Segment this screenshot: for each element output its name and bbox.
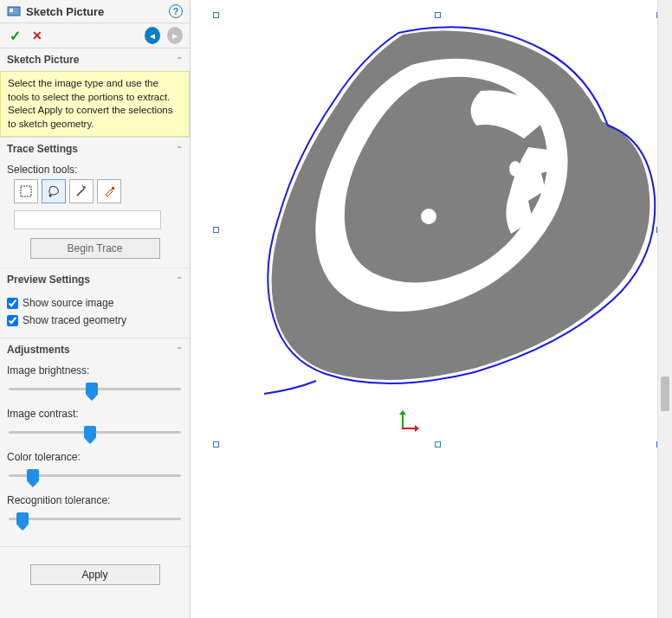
selection-handle[interactable]: [213, 227, 219, 233]
show-source-checkbox-row[interactable]: Show source image: [7, 294, 183, 312]
show-source-label: Show source image: [23, 297, 113, 309]
cancel-button[interactable]: ✕: [29, 28, 45, 43]
vertical-scrollbar[interactable]: [657, 0, 672, 618]
sketch-picture-icon: [7, 4, 21, 18]
selection-handle[interactable]: [435, 12, 441, 18]
hint-message: Select the image type and use the tools …: [0, 71, 190, 137]
show-traced-checkbox[interactable]: [7, 315, 18, 326]
ok-button[interactable]: ✓: [7, 28, 23, 43]
magic-wand-tool[interactable]: [69, 179, 94, 203]
help-icon[interactable]: ?: [169, 4, 183, 18]
nav-forward-button: ►: [167, 28, 183, 43]
section-header-adjustments[interactable]: Adjustments ⌃: [0, 338, 190, 361]
nav-back-button[interactable]: ◄: [145, 28, 160, 43]
section-header-sketch-picture[interactable]: Sketch Picture ⌃: [0, 48, 190, 71]
recognition-tolerance-label: Recognition tolerance:: [7, 494, 183, 506]
selection-handle[interactable]: [213, 441, 219, 447]
scrollbar-thumb[interactable]: [661, 377, 669, 411]
selection-preview-field[interactable]: [14, 210, 161, 229]
chevron-up-icon: ⌃: [176, 145, 183, 154]
svg-rect-2: [21, 186, 31, 196]
svg-point-3: [49, 195, 52, 197]
section-adjustments: Adjustments ⌃ Image brightness: Image co…: [0, 338, 190, 547]
panel-title: Sketch Picture: [26, 5, 169, 18]
y-axis-icon: [402, 414, 404, 428]
svg-point-7: [421, 209, 436, 224]
svg-rect-1: [10, 9, 13, 12]
begin-trace-button[interactable]: Begin Trace: [30, 238, 160, 259]
graphics-area[interactable]: [191, 0, 672, 618]
color-tolerance-label: Color tolerance:: [7, 451, 183, 463]
show-traced-checkbox-row[interactable]: Show traced geometry: [7, 312, 183, 329]
tool-row: [14, 179, 183, 203]
apply-button[interactable]: Apply: [30, 564, 160, 585]
lasso-select-tool[interactable]: [42, 179, 66, 203]
selection-handle[interactable]: [213, 12, 219, 18]
actions-row: ✓ ✕ ◄ ►: [0, 23, 190, 48]
selection-tools-label: Selection tools:: [7, 164, 183, 176]
section-sketch-picture: Sketch Picture ⌃ Select the image type a…: [0, 48, 190, 138]
recognition-tolerance-slider[interactable]: [9, 512, 181, 527]
svg-rect-4: [112, 187, 114, 190]
show-traced-label: Show traced geometry: [23, 314, 126, 326]
contrast-label: Image contrast:: [7, 408, 183, 420]
chevron-up-icon: ⌃: [176, 345, 183, 355]
chevron-up-icon: ⌃: [176, 55, 183, 65]
eyedropper-tool[interactable]: [97, 179, 121, 203]
brightness-slider[interactable]: [9, 382, 181, 397]
svg-point-5: [509, 161, 521, 177]
panel-header: Sketch Picture ?: [0, 0, 190, 23]
chevron-up-icon: ⌃: [176, 275, 183, 285]
section-header-trace[interactable]: Trace Settings ⌃: [0, 138, 190, 160]
section-header-preview[interactable]: Preview Settings ⌃: [0, 268, 190, 291]
rectangle-select-tool[interactable]: [14, 179, 38, 203]
section-preview-settings: Preview Settings ⌃ Show source image Sho…: [0, 268, 190, 338]
contrast-slider[interactable]: [9, 425, 181, 441]
show-source-checkbox[interactable]: [7, 298, 18, 309]
sketch-image[interactable]: [191, 0, 672, 618]
section-trace-settings: Trace Settings ⌃ Selection tools: B: [0, 138, 190, 268]
brightness-label: Image brightness:: [7, 364, 183, 377]
x-axis-icon: [402, 428, 416, 429]
selection-handle[interactable]: [435, 441, 441, 447]
property-panel: Sketch Picture ? ✓ ✕ ◄ ► Sketch Picture …: [0, 0, 191, 618]
color-tolerance-slider[interactable]: [9, 468, 181, 484]
